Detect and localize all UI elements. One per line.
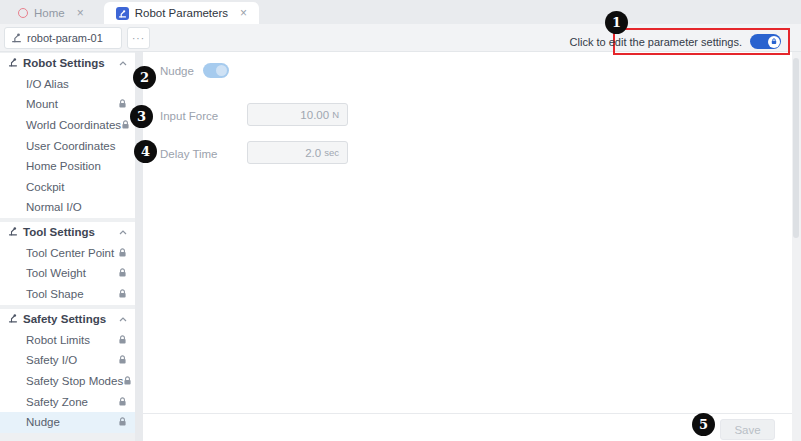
sidebar-item-tool-shape[interactable]: Tool Shape: [0, 284, 135, 305]
scrollbar-thumb[interactable]: [793, 58, 799, 238]
item-label: World Coordinates: [26, 119, 121, 131]
input-force-value: 10.00: [300, 109, 329, 121]
sidebar-header-robot-settings[interactable]: Robot Settings: [0, 53, 135, 74]
toggle-knob: [216, 65, 227, 76]
sidebar-item-safety-io[interactable]: Safety I/O: [0, 350, 135, 371]
edit-banner-text: Click to edit the parameter settings.: [570, 36, 742, 48]
main-panel: Nudge Input Force 10.00 N Delay Time 2.0…: [143, 52, 801, 441]
sidebar-item-world-coordinates[interactable]: World Coordinates: [0, 115, 135, 136]
tab-home-label: Home: [34, 7, 65, 19]
delay-time-field[interactable]: 2.0 sec: [247, 141, 348, 164]
sidebar-item-tool-center-point[interactable]: Tool Center Point: [0, 243, 135, 264]
param-name-box[interactable]: robot-param-01: [4, 27, 122, 49]
annotation-4: 4: [134, 140, 157, 163]
lock-icon: [118, 268, 127, 278]
section-title: Safety Settings: [23, 313, 106, 325]
main-scrollbar[interactable]: [792, 52, 801, 441]
item-label: Tool Weight: [26, 267, 86, 279]
lock-icon: [121, 120, 130, 130]
robot-arm-icon: [8, 226, 18, 238]
more-options-button[interactable]: ···: [127, 27, 150, 49]
robot-arm-icon: [8, 313, 18, 325]
tab-robot-parameters-label: Robot Parameters: [135, 7, 228, 19]
robot-arm-icon: [8, 57, 18, 69]
delay-time-label: Delay Time: [160, 148, 218, 160]
save-button[interactable]: Save: [720, 419, 775, 440]
chevron-up-icon: [119, 230, 127, 235]
input-force-label: Input Force: [160, 110, 218, 122]
item-label: Nudge: [26, 416, 60, 428]
delay-time-value: 2.0: [305, 147, 321, 159]
sidebar-item-mount[interactable]: Mount: [0, 94, 135, 115]
annotation-1: 1: [605, 11, 628, 34]
sidebar-item-normal-io[interactable]: Normal I/O: [0, 197, 135, 218]
section-title: Robot Settings: [23, 57, 105, 69]
nudge-toggle-label: Nudge: [160, 65, 194, 77]
delay-time-unit: sec: [324, 147, 339, 158]
sidebar-item-safety-stop-modes[interactable]: Safety Stop Modes: [0, 371, 135, 392]
lock-icon: [118, 99, 127, 109]
sidebar-item-robot-limits[interactable]: Robot Limits: [0, 330, 135, 351]
item-label: Safety I/O: [26, 354, 77, 366]
sidebar-item-tool-weight[interactable]: Tool Weight: [0, 263, 135, 284]
item-label: Tool Center Point: [26, 247, 114, 259]
sidebar-item-user-coordinates[interactable]: User Coordinates: [0, 135, 135, 156]
toggle-knob-lock-icon: [768, 36, 780, 48]
annotation-3: 3: [130, 105, 153, 128]
item-label: Safety Stop Modes: [26, 375, 123, 387]
lock-icon: [118, 335, 127, 345]
edit-banner-highlight: Click to edit the parameter settings.: [613, 28, 790, 55]
sidebar-item-nudge[interactable]: Nudge: [0, 412, 135, 433]
tab-home-close-icon[interactable]: ×: [77, 7, 84, 19]
sidebar-section-safety-settings: Safety Settings Robot Limits Safety I/O …: [0, 309, 135, 433]
robot-parameters-app: Home × Robot Parameters × robot-param-01…: [0, 0, 801, 441]
item-label: Cockpit: [26, 181, 64, 193]
sidebar-header-tool-settings[interactable]: Tool Settings: [0, 222, 135, 243]
item-label: Robot Limits: [26, 334, 90, 346]
param-name-label: robot-param-01: [27, 32, 103, 44]
lock-icon: [118, 355, 127, 365]
sidebar-item-home-position[interactable]: Home Position: [0, 156, 135, 177]
annotation-2: 2: [133, 66, 156, 89]
section-title: Tool Settings: [23, 226, 95, 238]
item-label: Home Position: [26, 160, 101, 172]
nudge-toggle[interactable]: [203, 63, 229, 78]
tab-robot-parameters[interactable]: Robot Parameters ×: [104, 2, 259, 24]
sidebar-item-safety-zone[interactable]: Safety Zone: [0, 391, 135, 412]
tab-robot-parameters-close-icon[interactable]: ×: [240, 7, 247, 19]
chevron-up-icon: [119, 317, 127, 322]
item-label: User Coordinates: [26, 140, 115, 152]
home-icon: [18, 8, 28, 18]
robot-parameters-icon: [116, 7, 129, 20]
item-label: Safety Zone: [26, 396, 88, 408]
item-label: Mount: [26, 98, 58, 110]
lock-icon: [118, 248, 127, 258]
sidebar-item-io-alias[interactable]: I/O Alias: [0, 74, 135, 95]
input-force-unit: N: [332, 109, 339, 120]
item-label: Tool Shape: [26, 288, 84, 300]
tab-home[interactable]: Home ×: [10, 2, 92, 24]
edit-parameters-toggle[interactable]: [750, 34, 781, 49]
input-force-field[interactable]: 10.00 N: [247, 103, 348, 126]
tab-bar: Home × Robot Parameters ×: [0, 0, 801, 24]
lock-icon: [118, 397, 127, 407]
lock-icon: [118, 417, 127, 427]
sidebar-item-cockpit[interactable]: Cockpit: [0, 177, 135, 198]
robot-arm-icon: [11, 32, 22, 45]
lock-icon: [118, 289, 127, 299]
sidebar: Robot Settings I/O Alias Mount World Coo…: [0, 52, 135, 441]
chevron-up-icon: [119, 61, 127, 66]
footer-divider: [143, 413, 793, 414]
item-label: I/O Alias: [26, 78, 69, 90]
annotation-5: 5: [692, 413, 715, 436]
sidebar-section-robot-settings: Robot Settings I/O Alias Mount World Coo…: [0, 53, 135, 218]
item-label: Normal I/O: [26, 201, 82, 213]
sidebar-header-safety-settings[interactable]: Safety Settings: [0, 309, 135, 330]
lock-icon: [123, 376, 132, 386]
sidebar-section-tool-settings: Tool Settings Tool Center Point Tool Wei…: [0, 222, 135, 305]
